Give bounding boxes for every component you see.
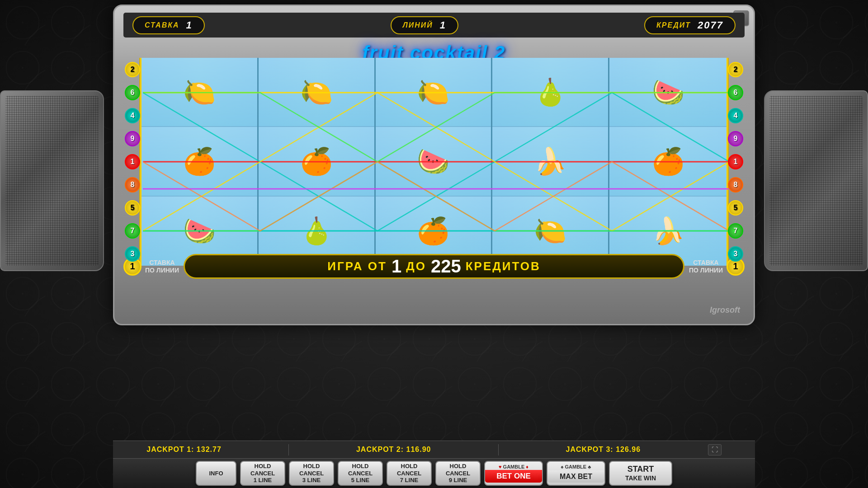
reel-1: 🍋 🍊 🍉	[142, 58, 259, 266]
hold3-line2: CANCEL	[299, 470, 324, 477]
hold5-line2: CANCEL	[348, 470, 373, 477]
reel-2-row-1: 🍋	[259, 58, 374, 127]
gamble1-top: ♥ GAMBLE ♦	[499, 464, 528, 470]
line-numbers-right: 2 6 4 9 1 8 5 7 3	[726, 58, 745, 266]
line-badge-1-left[interactable]: 1	[125, 154, 140, 169]
line-badge-3-right[interactable]: 3	[728, 246, 743, 262]
j2-label: JACKPOT 2:	[356, 446, 404, 453]
line-badge-2-right[interactable]: 2	[728, 62, 743, 77]
j3-value: 126.96	[616, 446, 641, 453]
line-badge-5-left[interactable]: 5	[125, 200, 140, 216]
liniy-label: линий	[403, 21, 433, 29]
center-text-3: КРЕДИТОВ	[466, 259, 541, 273]
gamble2-top: ♠ GAMBLE ♣	[561, 464, 591, 470]
jackpot-2: JACKPOT 2: 116.90	[356, 446, 431, 454]
hold1-line1: HOLD	[255, 463, 271, 470]
reels-grid: 🍋 🍊 🍉 🍋 🍊 🍐 🍋 🍉 🍊 🍐 🍌 🍋 🍉 🍊 🍌	[142, 58, 726, 266]
info-button[interactable]: INFO	[196, 461, 236, 486]
j1-label: JACKPOT 1:	[146, 446, 194, 453]
take-win-label: TAKE WIN	[625, 474, 656, 482]
kredit-value: 2077	[698, 19, 723, 31]
kredit-badge: кредит 2077	[644, 16, 736, 34]
line-badge-4-left[interactable]: 4	[125, 108, 140, 123]
reel-4-row-2: 🍌	[492, 127, 608, 196]
jackpot-3: JACKPOT 3: 126.96	[566, 446, 641, 454]
line-badge-3-left[interactable]: 3	[125, 246, 140, 262]
jackpot-divider-2	[498, 444, 499, 455]
hold9-line1: HOLD	[450, 463, 467, 470]
hold1-line3: 1 LINE	[254, 477, 272, 484]
hold1-line2: CANCEL	[250, 470, 275, 477]
hold7-line3: 7 LINE	[400, 477, 418, 484]
line-badge-2-left[interactable]: 2	[125, 62, 140, 77]
hold9-line2: CANCEL	[446, 470, 470, 477]
igrosoft-logo: Igrosoft	[710, 305, 740, 315]
hold-3line-button[interactable]: HOLD CANCEL 3 LINE	[289, 461, 334, 486]
start-take-win-button[interactable]: START TAKE WIN	[609, 461, 672, 486]
reel-2-row-2: 🍊	[259, 127, 374, 196]
reel-2: 🍋 🍊 🍐	[259, 58, 376, 266]
jackpot-1: JACKPOT 1: 132.77	[146, 446, 222, 454]
bet-label-right: СТАВКАПО ЛИНИИ	[689, 259, 723, 274]
line-badge-6-right[interactable]: 6	[728, 85, 743, 100]
center-text-2: ДО	[406, 259, 426, 273]
line-badge-7-right[interactable]: 7	[728, 223, 743, 239]
line-badge-7-left[interactable]: 7	[125, 223, 140, 239]
reel-5-row-1: 🍉	[609, 58, 726, 127]
top-bar: ставка 1 линий 1 кредит 2077	[123, 13, 745, 38]
line-badge-5-right[interactable]: 5	[728, 200, 743, 216]
hold9-line3: 9 LINE	[449, 477, 467, 484]
gamble-max-bet-button[interactable]: ♠ GAMBLE ♣ MAX BET	[547, 461, 605, 486]
reel-1-row-2: 🍊	[142, 127, 257, 196]
gamble-bet-one-button[interactable]: ♥ GAMBLE ♦ BET ONE	[484, 461, 543, 486]
speaker-right	[764, 90, 868, 271]
reel-5-row-2: 🍊	[609, 127, 726, 196]
line-badge-1-right[interactable]: 1	[728, 154, 743, 169]
hold7-line2: CANCEL	[397, 470, 421, 477]
jackpot-divider-1	[288, 444, 289, 455]
reel-4: 🍐 🍌 🍋	[492, 58, 609, 266]
reel-3: 🍋 🍉 🍊	[376, 58, 493, 266]
bet-one-label: BET ONE	[485, 470, 542, 483]
reel-1-row-1: 🍋	[142, 58, 257, 127]
line-badge-4-right[interactable]: 4	[728, 108, 743, 123]
buttons-bar: INFO HOLD CANCEL 1 LINE HOLD CANCEL 3 LI…	[113, 459, 755, 488]
stavka-label: ставка	[145, 21, 179, 29]
liniy-badge: линий 1	[391, 16, 458, 34]
jackpot-bar: JACKPOT 1: 132.77 JACKPOT 2: 116.90 JACK…	[113, 441, 755, 459]
line-badge-9-left[interactable]: 9	[125, 131, 140, 146]
hold5-line1: HOLD	[352, 463, 369, 470]
bottom-info-bar: 1 СТАВКАПО ЛИНИИ ИГРА ОТ 1 ДО 225 КРЕДИТ…	[123, 252, 745, 281]
fullscreen-button[interactable]: ⛶	[708, 444, 722, 455]
hold5-line3: 5 LINE	[351, 477, 369, 484]
hold7-line1: HOLD	[401, 463, 418, 470]
reel-3-row-1: 🍋	[376, 58, 491, 127]
kredit-label: кредит	[656, 21, 691, 29]
line-badge-8-left[interactable]: 8	[125, 177, 140, 192]
hold-9line-button[interactable]: HOLD CANCEL 9 LINE	[435, 461, 481, 486]
hold-1line-button[interactable]: HOLD CANCEL 1 LINE	[240, 461, 285, 486]
j2-value: 116.90	[406, 446, 431, 453]
reel-3-row-2: 🍉	[376, 127, 491, 196]
center-text-1: ИГРА ОТ	[327, 259, 387, 273]
hold-5line-button[interactable]: HOLD CANCEL 5 LINE	[338, 461, 383, 486]
speaker-left	[0, 90, 104, 271]
j1-value: 132.77	[197, 446, 222, 453]
reel-4-row-1: 🍐	[492, 58, 608, 127]
liniy-value: 1	[440, 19, 446, 31]
line-badge-6-left[interactable]: 6	[125, 85, 140, 100]
start-label: START	[627, 465, 654, 474]
line-numbers-left: 2 6 4 9 1 8 5 7 3	[123, 58, 142, 266]
reel-5: 🍉 🍊 🍌	[609, 58, 726, 266]
line-badge-8-right[interactable]: 8	[728, 177, 743, 192]
stavka-value: 1	[186, 19, 193, 31]
max-bet-label: MAX BET	[547, 470, 604, 483]
hold-7line-button[interactable]: HOLD CANCEL 7 LINE	[387, 461, 432, 486]
line-badge-9-right[interactable]: 9	[728, 131, 743, 146]
j3-label: JACKPOT 3:	[566, 446, 613, 453]
hold3-line3: 3 LINE	[302, 477, 321, 484]
machine-frame: ✕ ставка 1 линий 1 кредит 2077 fruit coc…	[113, 5, 755, 325]
center-value-2: 225	[431, 256, 461, 277]
center-display: ИГРА ОТ 1 ДО 225 КРЕДИТОВ	[184, 254, 684, 279]
stavka-badge: ставка 1	[132, 16, 205, 34]
